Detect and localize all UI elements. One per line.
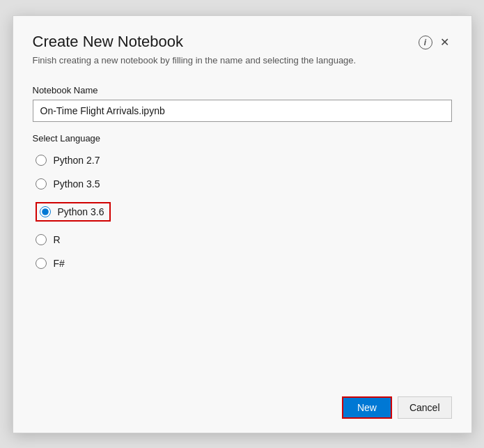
info-icon[interactable]: i	[419, 36, 432, 49]
radio-python36-label: Python 3.6	[58, 206, 104, 217]
radio-r-input[interactable]	[36, 234, 47, 245]
radio-r-label: R	[54, 234, 61, 245]
dialog-title: Create New Notebook	[33, 33, 183, 51]
radio-r[interactable]: R	[36, 234, 452, 245]
dialog-header: Create New Notebook i ✕	[33, 33, 452, 51]
select-language-label: Select Language	[33, 133, 452, 144]
language-radio-group: Python 2.7 Python 3.5 Python 3.6 R F#	[36, 155, 452, 269]
header-icons: i ✕	[419, 36, 452, 49]
language-group: Select Language Python 2.7 Python 3.5 Py…	[33, 133, 452, 269]
dialog-footer: New Cancel	[33, 377, 452, 419]
radio-python27[interactable]: Python 2.7	[36, 155, 452, 166]
notebook-name-input[interactable]	[33, 100, 452, 122]
notebook-name-label: Notebook Name	[33, 85, 452, 95]
dialog-subtitle: Finish creating a new notebook by fillin…	[33, 55, 452, 65]
close-icon[interactable]: ✕	[438, 36, 452, 49]
radio-python36[interactable]: Python 3.6	[36, 202, 111, 222]
title-area: Create New Notebook	[33, 33, 183, 51]
radio-python35-input[interactable]	[36, 178, 47, 190]
cancel-button[interactable]: Cancel	[398, 396, 452, 419]
radio-python36-input[interactable]	[40, 206, 51, 217]
radio-python27-label: Python 2.7	[54, 155, 100, 166]
radio-fsharp[interactable]: F#	[36, 258, 452, 269]
radio-fsharp-label: F#	[54, 258, 65, 269]
notebook-name-group: Notebook Name	[33, 85, 452, 122]
radio-python35-label: Python 3.5	[54, 178, 100, 190]
radio-fsharp-input[interactable]	[36, 258, 47, 269]
new-button[interactable]: New	[342, 396, 392, 419]
create-notebook-dialog: Create New Notebook i ✕ Finish creating …	[13, 15, 472, 433]
radio-python27-input[interactable]	[36, 155, 47, 166]
radio-python35[interactable]: Python 3.5	[36, 178, 452, 190]
